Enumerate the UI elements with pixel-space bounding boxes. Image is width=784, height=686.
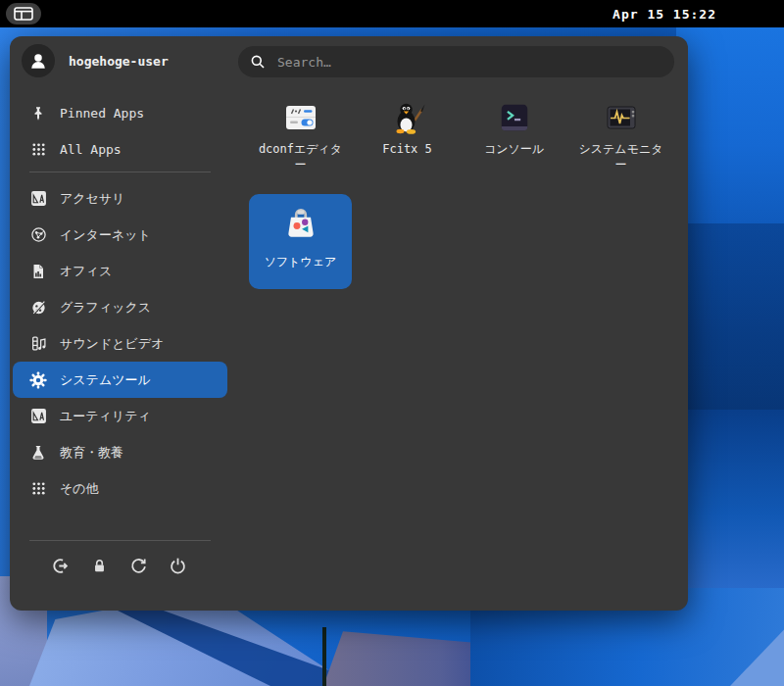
clock[interactable]: Apr 15 15:22 [612, 0, 716, 27]
sidebar-item-graphics[interactable]: グラフィックス [13, 289, 227, 325]
sidebar-item-utilities[interactable]: ユーティリティ [13, 398, 227, 434]
grid-icon [29, 480, 47, 498]
sidebar-item-sound-video[interactable]: サウンドとビデオ [13, 325, 227, 362]
app-system-monitor[interactable]: システムモニター [567, 98, 674, 194]
app-label: ソフトウェア [256, 254, 346, 270]
session-buttons [13, 549, 227, 582]
dconf-editor-icon [283, 98, 318, 137]
person-icon [27, 50, 49, 72]
app-menu-button[interactable] [6, 3, 41, 24]
avatar [22, 44, 55, 77]
search-input[interactable] [275, 54, 662, 71]
log-out-button[interactable] [51, 557, 70, 575]
sidebar-item-internet[interactable]: インターネット [13, 217, 227, 253]
log-out-icon [51, 557, 70, 575]
lock-icon [91, 558, 108, 574]
pin-icon [29, 105, 47, 122]
search-icon [250, 54, 266, 70]
restart-icon [129, 557, 148, 575]
app-grid: dconfエディター Fcitx 5 [247, 98, 686, 290]
app-label: コンソール [469, 141, 560, 157]
sidebar-item-label: アクセサリ [60, 190, 125, 208]
restart-button[interactable] [129, 557, 148, 575]
sidebar-item-label: システムツール [60, 371, 151, 389]
accessories-icon [29, 190, 47, 208]
sidebar-item-system-tools[interactable]: システムツール [13, 362, 227, 398]
sidebar-divider [29, 540, 211, 541]
sidebar-item-education[interactable]: 教育・教養 [13, 434, 227, 470]
utilities-icon [29, 408, 47, 425]
window-layout-icon [14, 7, 33, 21]
fcitx-penguin-icon [390, 98, 425, 137]
sidebar-item-label: サウンドとビデオ [60, 335, 164, 353]
app-dconf-editor[interactable]: dconfエディター [247, 98, 354, 194]
sidebar-item-label: その他 [60, 480, 99, 498]
internet-icon [29, 226, 47, 244]
sidebar-item-other[interactable]: その他 [13, 470, 227, 507]
gear-icon [29, 371, 47, 389]
console-icon [498, 98, 531, 137]
sidebar-item-all-apps[interactable]: All Apps [13, 131, 227, 168]
sidebar-item-accessories[interactable]: アクセサリ [13, 180, 227, 217]
grid-icon [29, 141, 47, 159]
sidebar-divider [29, 172, 211, 172]
software-bag-icon [282, 205, 319, 242]
wallpaper-shape [322, 627, 326, 686]
graphics-icon [29, 299, 47, 317]
sidebar: Pinned Apps All Apps アクセサリ [13, 95, 227, 582]
sidebar-item-label: ユーティリティ [60, 408, 151, 425]
sidebar-item-label: オフィス [60, 263, 112, 280]
app-label: システムモニター [576, 141, 666, 172]
system-monitor-icon [604, 98, 639, 137]
app-label: Fcitx 5 [363, 141, 453, 157]
app-software[interactable]: ソフトウェア [249, 194, 352, 289]
user-account-button[interactable]: hogehoge-user [22, 44, 169, 77]
sidebar-item-office[interactable]: オフィス [13, 253, 227, 289]
wallpaper-shape [686, 223, 784, 410]
top-bar: Apr 15 15:22 [0, 0, 784, 27]
sidebar-item-label: All Apps [60, 142, 122, 157]
user-name: hogehoge-user [69, 54, 169, 69]
app-label: dconfエディター [256, 141, 346, 172]
sidebar-item-label: インターネット [60, 226, 151, 244]
app-fcitx5[interactable]: Fcitx 5 [354, 98, 461, 194]
sidebar-item-pinned-apps[interactable]: Pinned Apps [13, 95, 227, 131]
office-icon [29, 263, 47, 280]
lock-screen-button[interactable] [90, 557, 109, 575]
sidebar-item-label: 教育・教養 [60, 444, 123, 462]
power-icon [169, 557, 187, 575]
sound-video-icon [29, 335, 47, 353]
flask-icon [29, 444, 47, 462]
sidebar-item-label: Pinned Apps [60, 106, 144, 121]
application-menu-panel: hogehoge-user Pinned Apps [10, 36, 688, 611]
app-console[interactable]: コンソール [461, 98, 567, 194]
sidebar-item-label: グラフィックス [60, 299, 151, 317]
search-bar[interactable] [238, 46, 674, 77]
power-button[interactable] [169, 557, 187, 575]
